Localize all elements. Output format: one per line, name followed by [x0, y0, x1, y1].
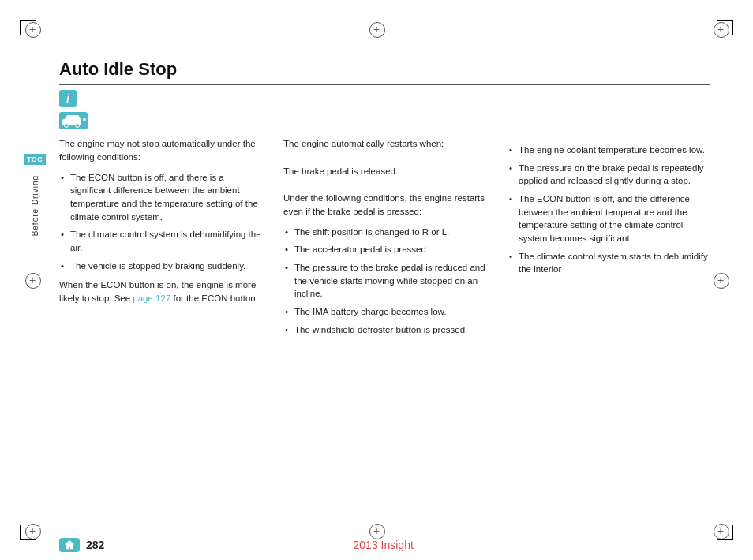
footer-center: 2013 Insight	[354, 539, 414, 551]
crosshair-ml	[25, 273, 39, 287]
col2-intro: The engine automatically restarts when:	[283, 137, 485, 151]
page-127-link[interactable]: page 127	[133, 293, 170, 303]
list-item: The pressure on the brake pedal is repea…	[508, 162, 710, 188]
column-2: The engine automatically restarts when: …	[275, 137, 500, 509]
crosshair-bc	[369, 524, 384, 538]
icons-row: i IMA	[59, 90, 710, 129]
home-badge[interactable]	[59, 538, 80, 552]
col2-bullet-list: The shift position is changed to R or L.…	[283, 226, 485, 337]
list-item: The accelerator pedal is pressed	[283, 243, 485, 256]
list-item: The IMA battery charge becomes low.	[283, 305, 485, 319]
column-1: The engine may not stop automatically un…	[59, 137, 275, 509]
info-icon: i	[59, 90, 77, 107]
svg-marker-1	[65, 115, 81, 119]
col1-intro: The engine may not stop automatically un…	[59, 137, 261, 165]
list-item: The windshield defroster button is press…	[283, 323, 485, 337]
svg-point-2	[65, 124, 69, 128]
crosshair-br	[714, 524, 728, 538]
list-item: The engine coolant temperature becomes l…	[508, 144, 710, 157]
svg-point-3	[76, 124, 80, 128]
col2-sub-intro2: Under the following conditions, the engi…	[283, 192, 485, 219]
car-icon: IMA	[59, 112, 88, 129]
main-content: TOC Before Driving Auto Idle Stop i IMA	[59, 59, 710, 509]
home-icon	[64, 539, 75, 551]
list-item: The pressure to the brake pedal is reduc…	[283, 261, 485, 301]
crosshair-tc	[369, 22, 384, 36]
page-number: 282	[86, 539, 104, 551]
crosshair-mr	[714, 273, 728, 287]
crosshair-bl	[25, 524, 39, 538]
list-item: The vehicle is stopped by braking sudden…	[59, 259, 261, 273]
column-3: The engine coolant temperature becomes l…	[500, 137, 710, 509]
list-item: The ECON button is off, and there is a s…	[59, 171, 261, 224]
sidebar: TOC Before Driving	[24, 154, 46, 236]
sidebar-label: Before Driving	[31, 175, 39, 236]
svg-text:IMA: IMA	[83, 118, 86, 122]
col1-outro: When the ECON button is on, the engine i…	[59, 278, 261, 306]
list-item: The climate control system starts to deh…	[508, 250, 710, 276]
page-title: Auto Idle Stop	[59, 59, 710, 85]
col2-sub-intro: The brake pedal is released.	[283, 165, 485, 178]
car-ima-svg: IMA	[61, 114, 86, 128]
toc-badge[interactable]: TOC	[24, 154, 46, 165]
content-wrapper: Auto Idle Stop i IMA The engine may not …	[59, 59, 710, 509]
col1-outro-suffix: for the ECON button.	[170, 293, 258, 303]
footer: 282 2013 Insight	[59, 538, 710, 552]
list-item: The shift position is changed to R or L.	[283, 226, 485, 239]
crosshair-tr	[714, 22, 728, 36]
list-item: The climate control system is dehumidify…	[59, 228, 261, 254]
col3-bullet-list: The engine coolant temperature becomes l…	[508, 144, 710, 276]
crosshair-tl	[25, 22, 39, 36]
list-item: The ECON button is off, and the differen…	[508, 192, 710, 245]
columns: The engine may not stop automatically un…	[59, 137, 710, 509]
footer-left: 282	[59, 538, 104, 552]
col1-bullet-list: The ECON button is off, and there is a s…	[59, 171, 261, 273]
